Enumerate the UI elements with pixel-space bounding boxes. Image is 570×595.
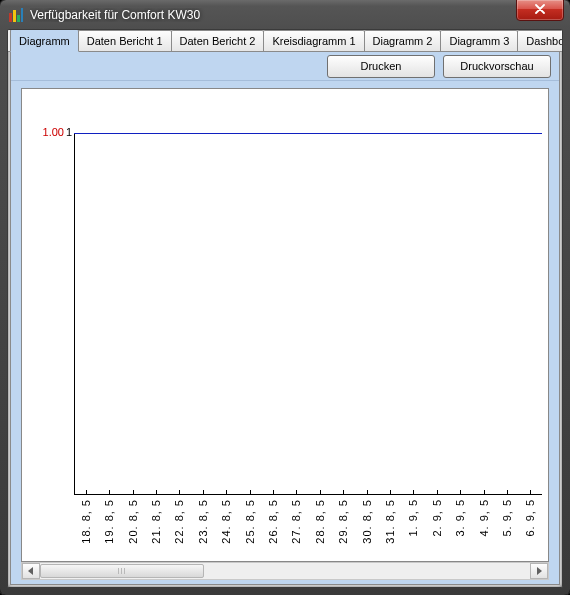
- client-area: DiagrammDaten Bericht 1Daten Bericht 2Kr…: [7, 29, 563, 588]
- tab-diagramm[interactable]: Diagramm: [10, 29, 79, 52]
- tab-daten-bericht-2[interactable]: Daten Bericht 2: [171, 30, 265, 51]
- print-button[interactable]: Drucken: [327, 55, 435, 78]
- toolbar: Drucken Druckvorschau: [11, 52, 559, 81]
- print-preview-button[interactable]: Druckvorschau: [443, 55, 551, 78]
- x-tick-mark: [530, 490, 531, 495]
- x-tick-label: 21. 8, 5: [150, 499, 162, 544]
- horizontal-scrollbar[interactable]: [21, 562, 549, 580]
- plot-region: [74, 133, 542, 495]
- x-tick-mark: [133, 490, 134, 495]
- svg-rect-0: [9, 13, 12, 22]
- x-tick-label: 18. 8, 5: [80, 499, 92, 544]
- tab-panel-diagramm: Drucken Druckvorschau 18. 8, 519. 8, 520…: [10, 51, 560, 585]
- x-tick-mark: [367, 490, 368, 495]
- x-tick-label: 25. 8, 5: [244, 499, 256, 544]
- x-tick-mark: [296, 490, 297, 495]
- x-tick-mark: [484, 490, 485, 495]
- x-tick-label: 31. 8, 5: [384, 499, 396, 544]
- x-tick-label: 28. 8, 5: [314, 499, 326, 544]
- tab-daten-bericht-1[interactable]: Daten Bericht 1: [78, 30, 172, 51]
- x-tick-mark: [437, 490, 438, 495]
- x-tick-label: 22. 8, 5: [173, 499, 185, 544]
- x-tick-label: 4. 9, 5: [478, 499, 490, 537]
- x-tick-mark: [460, 490, 461, 495]
- x-tick-mark: [390, 490, 391, 495]
- scroll-track[interactable]: [40, 564, 530, 578]
- x-tick-label: 29. 8, 5: [337, 499, 349, 544]
- x-tick-mark: [179, 490, 180, 495]
- x-tick-mark: [226, 490, 227, 495]
- tab-kreisdiagramm-1[interactable]: Kreisdiagramm 1: [263, 30, 364, 51]
- x-tick-label: 30. 8, 5: [361, 499, 373, 544]
- x-tick-labels: 18. 8, 519. 8, 520. 8, 521. 8, 522. 8, 5…: [74, 495, 542, 561]
- close-button[interactable]: [516, 0, 564, 21]
- x-tick-label: 26. 8, 5: [267, 499, 279, 544]
- x-tick-mark: [109, 490, 110, 495]
- scroll-left-button[interactable]: [22, 563, 40, 579]
- svg-rect-2: [17, 15, 20, 22]
- x-tick-label: 23. 8, 5: [197, 499, 209, 544]
- x-tick-mark: [320, 490, 321, 495]
- close-icon: [534, 4, 546, 16]
- tabstrip: DiagrammDaten Bericht 1Daten Bericht 2Kr…: [8, 30, 562, 52]
- window-title: Verfügbarkeit für Comfort KW30: [30, 8, 516, 22]
- scroll-right-button[interactable]: [530, 563, 548, 579]
- x-tick-label: 3. 9, 5: [454, 499, 466, 537]
- y-tick-label: 1.00: [36, 126, 64, 138]
- window-frame: Verfügbarkeit für Comfort KW30 DiagrammD…: [0, 0, 570, 595]
- x-tick-mark: [86, 490, 87, 495]
- x-tick-mark: [250, 490, 251, 495]
- series-line: [74, 133, 542, 134]
- svg-rect-1: [13, 10, 16, 22]
- x-tick-label: 5. 9, 5: [501, 499, 513, 537]
- x-tick-mark: [507, 490, 508, 495]
- x-tick-mark: [203, 490, 204, 495]
- x-tick-mark: [413, 490, 414, 495]
- svg-rect-3: [21, 8, 23, 22]
- x-tick-label: 24. 8, 5: [220, 499, 232, 544]
- tab-dashboard[interactable]: Dashboard: [517, 30, 563, 51]
- x-tick-label: 2. 9, 5: [431, 499, 443, 537]
- titlebar: Verfügbarkeit für Comfort KW30: [0, 0, 570, 29]
- tab-diagramm-3[interactable]: Diagramm 3: [440, 30, 518, 51]
- x-tick-label: 6. 9, 5: [524, 499, 536, 537]
- x-tick-mark: [273, 490, 274, 495]
- app-icon: [8, 7, 24, 23]
- x-tick-label: 20. 8, 5: [127, 499, 139, 544]
- tab-diagramm-2[interactable]: Diagramm 2: [364, 30, 442, 51]
- x-tick-mark: [156, 490, 157, 495]
- x-tick-mark: [343, 490, 344, 495]
- x-tick-label: 1. 9, 5: [407, 499, 419, 537]
- y-tick-value: 1: [66, 126, 72, 138]
- x-tick-label: 19. 8, 5: [103, 499, 115, 544]
- x-tick-label: 27. 8, 5: [290, 499, 302, 544]
- chart-area: 18. 8, 519. 8, 520. 8, 521. 8, 522. 8, 5…: [21, 88, 549, 562]
- scroll-thumb[interactable]: [40, 564, 204, 578]
